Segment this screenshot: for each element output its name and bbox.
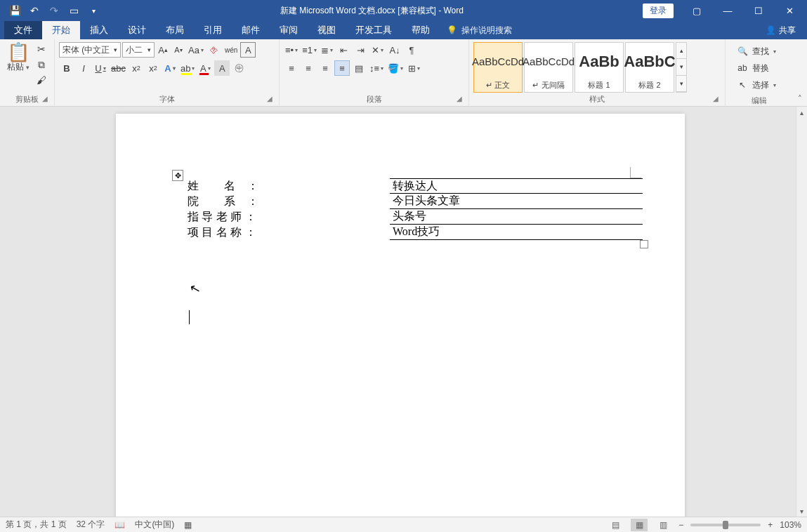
change-case-button[interactable]: Aa▾: [187, 42, 205, 58]
tab-view[interactable]: 视图: [308, 21, 346, 39]
find-button[interactable]: 🔍查找▾: [734, 44, 779, 59]
scroll-down-icon[interactable]: ▾: [796, 505, 807, 517]
tab-developer[interactable]: 开发工具: [346, 21, 402, 39]
zoom-level[interactable]: 103%: [780, 520, 801, 530]
close-icon[interactable]: ✕: [775, 0, 804, 21]
show-marks-icon[interactable]: ¶: [404, 42, 419, 58]
increase-indent-icon[interactable]: ⇥: [353, 42, 369, 58]
char-border-icon[interactable]: A: [240, 42, 256, 58]
enclose-char-icon[interactable]: ㊥: [231, 60, 247, 76]
tell-me-search[interactable]: 💡 操作说明搜索: [447, 21, 512, 39]
label-project[interactable]: 项 目 名 称 ：: [186, 225, 298, 240]
minimize-icon[interactable]: —: [713, 0, 742, 21]
font-name-select[interactable]: 宋体 (中文正▾: [59, 42, 121, 58]
clipboard-launcher-icon[interactable]: ◢: [40, 95, 50, 105]
decrease-indent-icon[interactable]: ⇤: [336, 42, 352, 58]
align-left-icon[interactable]: ≡: [284, 60, 299, 76]
label-dept[interactable]: 院 系 ：: [186, 194, 298, 209]
collapse-ribbon-icon[interactable]: ˄: [793, 39, 807, 106]
clear-format-icon[interactable]: ⯑: [206, 42, 222, 58]
macro-icon[interactable]: ▦: [184, 520, 192, 530]
superscript-button[interactable]: x2: [145, 60, 161, 76]
font-launcher-icon[interactable]: ◢: [265, 95, 275, 105]
maximize-icon[interactable]: ☐: [744, 0, 773, 21]
value-advisor[interactable]: 头条号: [390, 209, 643, 225]
print-layout-icon[interactable]: ▦: [631, 519, 648, 531]
save-icon[interactable]: 💾: [7, 3, 22, 18]
align-center-icon[interactable]: ≡: [301, 60, 316, 76]
justify-icon[interactable]: ≡: [334, 60, 350, 76]
style-scroll-down-icon[interactable]: ▾: [676, 59, 686, 75]
tab-review[interactable]: 审阅: [270, 21, 308, 39]
char-shading-icon[interactable]: A: [214, 60, 230, 76]
page[interactable]: ✥ 姓 名 ： 院 系 ： 指 导 老 师 ： 项 目 名 称 ： 转换达人 今…: [116, 114, 685, 517]
zoom-in-icon[interactable]: +: [768, 520, 773, 530]
zoom-out-icon[interactable]: −: [678, 520, 683, 530]
format-painter-icon[interactable]: 🖌: [34, 73, 49, 87]
paragraph-launcher-icon[interactable]: ◢: [454, 95, 464, 105]
decrease-font-button[interactable]: A▾: [171, 42, 185, 58]
tab-file[interactable]: 文件: [4, 21, 42, 39]
style-nospace[interactable]: AaBbCcDd↵ 无间隔: [524, 42, 573, 93]
tab-home[interactable]: 开始: [42, 21, 80, 39]
doc-table[interactable]: ✥ 姓 名 ： 院 系 ： 指 导 老 师 ： 项 目 名 称 ： 转换达人 今…: [186, 178, 643, 240]
style-heading2[interactable]: AaBbC标题 2: [625, 42, 674, 93]
language-status[interactable]: 中文(中国): [135, 519, 174, 531]
underline-button[interactable]: U▾: [93, 60, 108, 76]
redo-icon[interactable]: ↷: [46, 3, 62, 18]
ribbon-options-icon[interactable]: ▢: [682, 0, 711, 21]
tab-layout[interactable]: 布局: [156, 21, 194, 39]
page-count[interactable]: 第 1 页，共 1 页: [6, 519, 67, 531]
read-mode-icon[interactable]: ▤: [607, 519, 624, 531]
cut-icon[interactable]: ✂: [34, 42, 49, 56]
tab-mailings[interactable]: 邮件: [232, 21, 270, 39]
vertical-scrollbar[interactable]: ▴ ▾: [796, 107, 807, 517]
increase-font-button[interactable]: A▴: [156, 42, 170, 58]
label-advisor[interactable]: 指 导 老 师 ：: [186, 209, 298, 225]
style-normal[interactable]: AaBbCcDd↵ 正文: [473, 42, 523, 93]
numbering-button[interactable]: ≡1▾: [301, 42, 318, 58]
tab-insert[interactable]: 插入: [80, 21, 118, 39]
multilevel-button[interactable]: ≣▾: [320, 42, 335, 58]
value-dept[interactable]: 今日头条文章: [390, 194, 643, 209]
strikethrough-button[interactable]: abc: [110, 60, 127, 76]
touch-mode-icon[interactable]: ▭: [66, 3, 81, 18]
font-size-select[interactable]: 小二▾: [122, 42, 155, 58]
web-layout-icon[interactable]: ▥: [655, 519, 671, 531]
page-content[interactable]: ✥ 姓 名 ： 院 系 ： 指 导 老 师 ： 项 目 名 称 ： 转换达人 今…: [186, 178, 643, 324]
italic-button[interactable]: I: [76, 60, 91, 76]
subscript-button[interactable]: x2: [129, 60, 144, 76]
bullets-button[interactable]: ≡•▾: [284, 42, 299, 58]
value-project[interactable]: Word技巧: [390, 225, 643, 240]
asian-layout-icon[interactable]: ✕▾: [370, 42, 386, 58]
table-move-handle-icon[interactable]: ✥: [172, 170, 183, 181]
font-color-button[interactable]: A▾: [197, 60, 213, 76]
select-button[interactable]: ↖选择▾: [734, 77, 779, 93]
label-name[interactable]: 姓 名 ：: [186, 178, 298, 194]
style-scroll-up-icon[interactable]: ▴: [676, 43, 686, 59]
qat-customize-icon[interactable]: ▾: [86, 3, 101, 18]
value-name[interactable]: 转换达人: [390, 178, 643, 194]
text-effects-button[interactable]: A▾: [162, 60, 178, 76]
bold-button[interactable]: B: [59, 60, 74, 76]
share-button[interactable]: 👤 共享: [766, 21, 796, 39]
spellcheck-icon[interactable]: 📖: [114, 520, 125, 530]
tab-design[interactable]: 设计: [118, 21, 156, 39]
sort-icon[interactable]: A↓: [387, 42, 402, 58]
tab-help[interactable]: 帮助: [402, 21, 440, 39]
highlight-button[interactable]: ab▾: [179, 60, 196, 76]
style-expand-icon[interactable]: ▾: [676, 76, 686, 92]
scroll-up-icon[interactable]: ▴: [796, 107, 807, 118]
line-spacing-button[interactable]: ↕≡▾: [368, 60, 385, 76]
borders-button[interactable]: ⊞▾: [406, 60, 421, 76]
distribute-icon[interactable]: ▤: [351, 60, 367, 76]
styles-launcher-icon[interactable]: ◢: [711, 95, 721, 105]
undo-icon[interactable]: ↶: [27, 3, 42, 18]
zoom-thumb[interactable]: [723, 521, 728, 529]
paste-button[interactable]: 📋 粘贴 ▾: [4, 42, 32, 72]
copy-icon[interactable]: ⧉: [34, 58, 49, 72]
align-right-icon[interactable]: ≡: [317, 60, 333, 76]
replace-button[interactable]: ab替换: [734, 60, 779, 76]
style-heading1[interactable]: AaBb标题 1: [575, 42, 624, 93]
login-button[interactable]: 登录: [643, 4, 674, 18]
